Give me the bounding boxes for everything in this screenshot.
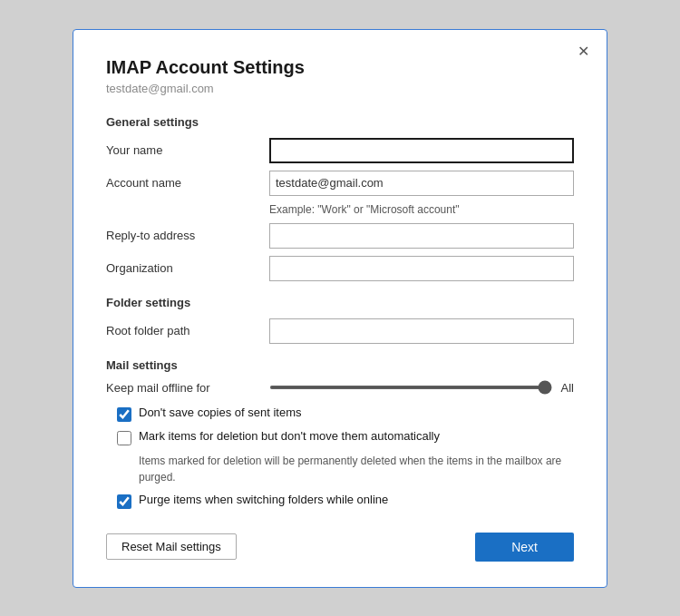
- purge-items-label: Purge items when switching folders while…: [139, 493, 388, 506]
- organization-row: Organization: [106, 256, 574, 281]
- reply-to-label: Reply-to address: [106, 229, 269, 242]
- keep-offline-label: Keep mail offline for: [106, 381, 269, 395]
- checkbox1-row: Don't save copies of sent items: [117, 406, 574, 422]
- dialog-footer: Reset Mail settings Next: [106, 533, 574, 562]
- imap-settings-dialog: ✕ IMAP Account Settings testdate@gmail.c…: [73, 29, 607, 588]
- general-settings-label: General settings: [106, 115, 574, 129]
- keep-offline-value: All: [561, 381, 574, 395]
- account-name-row: Account name: [106, 171, 574, 196]
- keep-offline-slider-wrapper: All: [269, 381, 574, 395]
- dialog-title: IMAP Account Settings: [106, 57, 574, 78]
- your-name-input[interactable]: [269, 138, 574, 163]
- keep-offline-row: Keep mail offline for All: [106, 381, 574, 395]
- your-name-label: Your name: [106, 143, 269, 157]
- folder-settings-label: Folder settings: [106, 296, 574, 309]
- mark-for-deletion-label: Mark items for deletion but don't move t…: [139, 429, 440, 443]
- next-button[interactable]: Next: [475, 533, 574, 562]
- purge-items-checkbox[interactable]: [117, 494, 131, 509]
- mark-for-deletion-checkbox[interactable]: [117, 431, 131, 445]
- checkbox2-row: Mark items for deletion but don't move t…: [117, 429, 574, 445]
- reply-to-input[interactable]: [269, 223, 574, 249]
- reply-to-row: Reply-to address: [106, 223, 574, 249]
- your-name-row: Your name: [106, 138, 574, 163]
- dont-save-copies-checkbox[interactable]: [117, 407, 131, 422]
- root-folder-row: Root folder path: [106, 318, 574, 344]
- organization-label: Organization: [106, 261, 269, 275]
- account-name-label: Account name: [106, 176, 269, 190]
- reset-mail-settings-button[interactable]: Reset Mail settings: [106, 533, 237, 560]
- mail-settings-label: Mail settings: [106, 358, 574, 372]
- checkbox3-row: Purge items when switching folders while…: [117, 493, 574, 509]
- dont-save-copies-label: Don't save copies of sent items: [139, 406, 302, 419]
- deletion-info-text: Items marked for deletion will be perman…: [139, 453, 574, 485]
- root-folder-input[interactable]: [269, 318, 574, 344]
- organization-input[interactable]: [269, 256, 574, 281]
- dialog-subtitle: testdate@gmail.com: [106, 82, 574, 95]
- close-button[interactable]: ✕: [572, 41, 594, 63]
- account-name-input[interactable]: [269, 171, 574, 196]
- close-icon: ✕: [578, 43, 589, 60]
- keep-offline-slider[interactable]: [269, 386, 552, 389]
- root-folder-label: Root folder path: [106, 324, 269, 337]
- account-name-example: Example: "Work" or "Microsoft account": [269, 203, 574, 216]
